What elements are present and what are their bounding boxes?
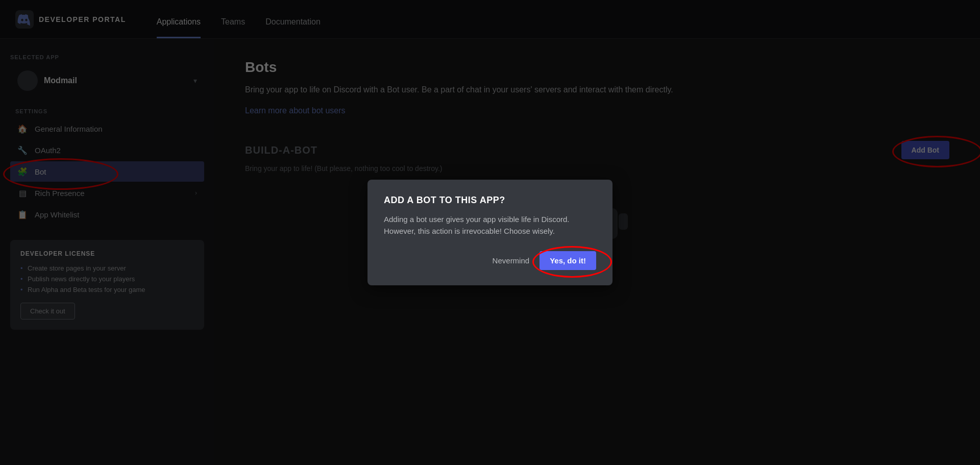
nevermind-button[interactable]: Nevermind xyxy=(493,256,530,265)
modal-body: Adding a bot user gives your app visible… xyxy=(384,214,596,237)
confirm-button[interactable]: Yes, do it! xyxy=(540,251,596,270)
confirm-button-wrapper: Yes, do it! xyxy=(540,251,596,270)
modal-overlay[interactable]: ADD A BOT TO THIS APP? Adding a bot user… xyxy=(0,0,980,465)
modal-title: ADD A BOT TO THIS APP? xyxy=(384,195,596,206)
modal-dialog: ADD A BOT TO THIS APP? Adding a bot user… xyxy=(368,180,612,285)
modal-actions: Nevermind Yes, do it! xyxy=(384,251,596,270)
